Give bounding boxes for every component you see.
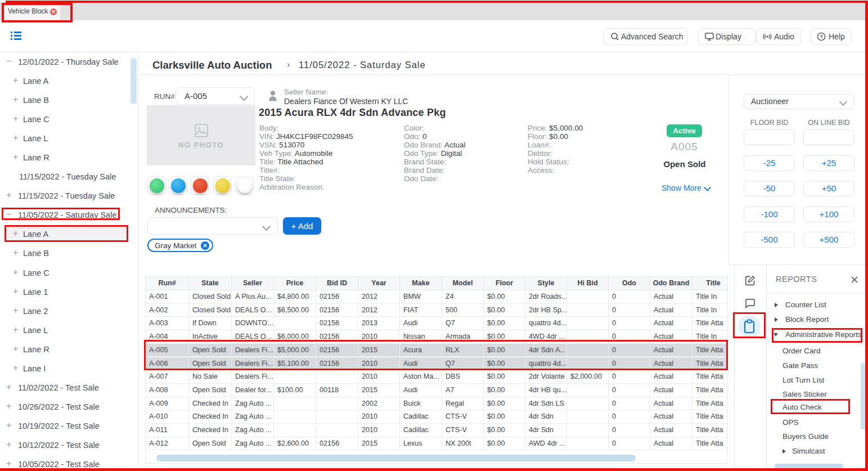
- svg-text:?: ?: [820, 34, 823, 39]
